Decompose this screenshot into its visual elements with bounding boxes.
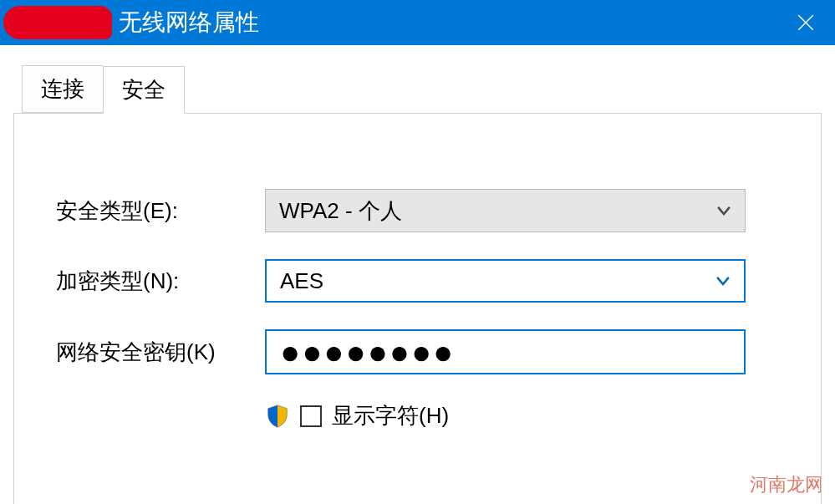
shield-icon <box>265 404 290 429</box>
label-security-type: 安全类型(E): <box>56 196 265 226</box>
select-security-type[interactable]: WPA2 - 个人 <box>265 189 746 232</box>
redacted-network-name <box>3 6 112 39</box>
chevron-down-icon <box>714 272 732 290</box>
content-area: 连接 安全 安全类型(E): WPA2 - 个人 加密类型(N): AES 网络… <box>0 45 835 504</box>
close-button[interactable] <box>776 0 835 45</box>
network-key-masked: ●●●●●●●● <box>280 335 455 369</box>
label-network-key: 网络安全密钥(K) <box>56 338 265 367</box>
select-security-type-value: WPA2 - 个人 <box>279 196 402 226</box>
titlebar: 无线网络属性 <box>0 0 835 45</box>
select-encryption-type-value: AES <box>280 268 323 294</box>
row-show-characters: 显示字符(H) <box>265 401 779 430</box>
window-title: 无线网络属性 <box>119 7 259 38</box>
tab-panel-security: 安全类型(E): WPA2 - 个人 加密类型(N): AES 网络安全密钥(K… <box>13 113 822 504</box>
tabs-row: 连接 安全 <box>22 65 822 113</box>
row-security-type: 安全类型(E): WPA2 - 个人 <box>56 189 779 232</box>
tab-security[interactable]: 安全 <box>103 66 185 114</box>
label-encryption-type: 加密类型(N): <box>56 267 265 296</box>
close-icon <box>797 14 814 31</box>
tab-connection[interactable]: 连接 <box>22 65 103 113</box>
input-network-key[interactable]: ●●●●●●●● <box>265 329 746 374</box>
checkbox-show-characters[interactable] <box>300 405 322 427</box>
chevron-down-icon <box>715 201 733 220</box>
row-encryption-type: 加密类型(N): AES <box>56 259 779 303</box>
select-encryption-type[interactable]: AES <box>265 259 746 303</box>
row-network-key: 网络安全密钥(K) ●●●●●●●● <box>56 329 779 374</box>
titlebar-left: 无线网络属性 <box>8 6 259 39</box>
label-show-characters: 显示字符(H) <box>332 401 449 430</box>
